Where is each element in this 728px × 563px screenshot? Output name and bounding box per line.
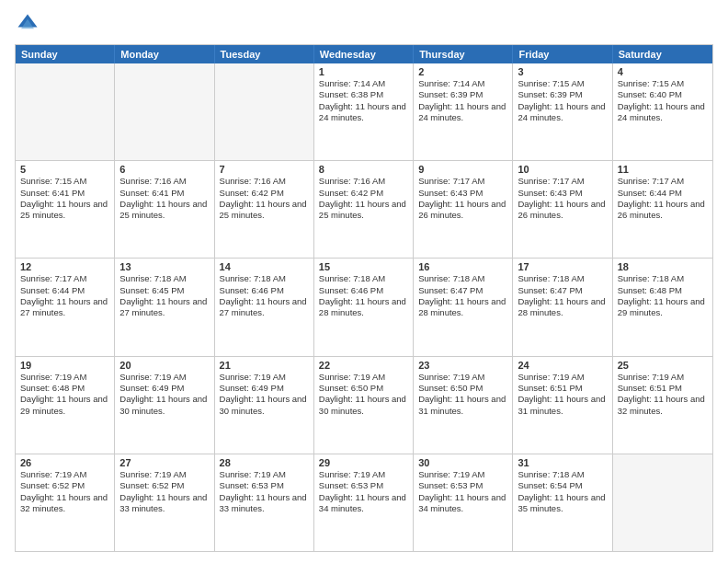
daylight-text: Daylight: 11 hours and 35 minutes. xyxy=(518,492,607,515)
sunset-text: Sunset: 6:49 PM xyxy=(119,383,209,394)
daylight-text: Daylight: 11 hours and 28 minutes. xyxy=(518,296,607,319)
daylight-text: Daylight: 11 hours and 24 minutes. xyxy=(618,101,708,124)
calendar-cell xyxy=(115,63,214,160)
daylight-text: Daylight: 11 hours and 25 minutes. xyxy=(319,199,408,222)
sunrise-text: Sunrise: 7:19 AM xyxy=(20,469,109,480)
day-of-week-friday: Friday xyxy=(513,45,612,63)
calendar-row-5: 26Sunrise: 7:19 AMSunset: 6:52 PMDayligh… xyxy=(16,454,712,551)
calendar-cell: 4Sunrise: 7:15 AMSunset: 6:40 PMDaylight… xyxy=(613,63,712,160)
day-number: 28 xyxy=(220,457,309,468)
sunset-text: Sunset: 6:53 PM xyxy=(220,480,309,491)
day-of-week-wednesday: Wednesday xyxy=(314,45,414,63)
sunrise-text: Sunrise: 7:19 AM xyxy=(220,372,309,383)
daylight-text: Daylight: 11 hours and 33 minutes. xyxy=(119,492,209,515)
calendar-cell: 28Sunrise: 7:19 AMSunset: 6:53 PMDayligh… xyxy=(215,454,314,551)
calendar-cell: 5Sunrise: 7:15 AMSunset: 6:41 PMDaylight… xyxy=(16,161,115,258)
calendar-cell: 14Sunrise: 7:18 AMSunset: 6:46 PMDayligh… xyxy=(215,259,314,355)
sunrise-text: Sunrise: 7:19 AM xyxy=(319,372,408,383)
calendar-cell xyxy=(16,63,115,160)
day-number: 12 xyxy=(20,261,109,272)
daylight-text: Daylight: 11 hours and 25 minutes. xyxy=(119,199,209,222)
daylight-text: Daylight: 11 hours and 32 minutes. xyxy=(20,492,109,515)
sunrise-text: Sunrise: 7:15 AM xyxy=(518,78,607,89)
day-number: 20 xyxy=(119,360,209,371)
calendar-cell: 17Sunrise: 7:18 AMSunset: 6:47 PMDayligh… xyxy=(513,259,612,355)
calendar-cell: 2Sunrise: 7:14 AMSunset: 6:39 PMDaylight… xyxy=(414,63,513,160)
calendar-cell: 31Sunrise: 7:18 AMSunset: 6:54 PMDayligh… xyxy=(513,454,612,551)
sunrise-text: Sunrise: 7:19 AM xyxy=(20,372,109,383)
sunrise-text: Sunrise: 7:17 AM xyxy=(418,176,507,187)
sunset-text: Sunset: 6:46 PM xyxy=(220,285,309,296)
calendar-cell: 16Sunrise: 7:18 AMSunset: 6:47 PMDayligh… xyxy=(414,259,513,355)
sunset-text: Sunset: 6:50 PM xyxy=(319,383,408,394)
day-number: 30 xyxy=(418,457,507,468)
logo xyxy=(15,11,44,37)
daylight-text: Daylight: 11 hours and 30 minutes. xyxy=(119,394,209,417)
sunset-text: Sunset: 6:44 PM xyxy=(618,188,708,199)
sunrise-text: Sunrise: 7:19 AM xyxy=(319,469,408,480)
daylight-text: Daylight: 11 hours and 30 minutes. xyxy=(319,394,408,417)
day-number: 18 xyxy=(618,261,708,272)
day-number: 15 xyxy=(319,261,408,272)
sunrise-text: Sunrise: 7:18 AM xyxy=(518,273,607,284)
sunset-text: Sunset: 6:40 PM xyxy=(618,89,708,100)
sunset-text: Sunset: 6:46 PM xyxy=(319,285,408,296)
calendar-cell: 7Sunrise: 7:16 AMSunset: 6:42 PMDaylight… xyxy=(215,161,314,258)
sunrise-text: Sunrise: 7:18 AM xyxy=(119,273,209,284)
calendar-cell: 12Sunrise: 7:17 AMSunset: 6:44 PMDayligh… xyxy=(16,259,115,355)
calendar-row-3: 12Sunrise: 7:17 AMSunset: 6:44 PMDayligh… xyxy=(16,259,712,356)
daylight-text: Daylight: 11 hours and 24 minutes. xyxy=(319,101,408,124)
sunrise-text: Sunrise: 7:18 AM xyxy=(618,273,708,284)
sunrise-text: Sunrise: 7:18 AM xyxy=(418,273,507,284)
day-number: 29 xyxy=(319,457,408,468)
daylight-text: Daylight: 11 hours and 26 minutes. xyxy=(518,199,607,222)
calendar-row-2: 5Sunrise: 7:15 AMSunset: 6:41 PMDaylight… xyxy=(16,161,712,259)
sunrise-text: Sunrise: 7:19 AM xyxy=(119,372,209,383)
calendar-cell: 27Sunrise: 7:19 AMSunset: 6:52 PMDayligh… xyxy=(115,454,214,551)
calendar-cell: 19Sunrise: 7:19 AMSunset: 6:48 PMDayligh… xyxy=(16,357,115,454)
sunset-text: Sunset: 6:41 PM xyxy=(20,188,109,199)
day-number: 16 xyxy=(418,261,507,272)
day-number: 10 xyxy=(518,164,607,175)
daylight-text: Daylight: 11 hours and 33 minutes. xyxy=(220,492,309,515)
daylight-text: Daylight: 11 hours and 24 minutes. xyxy=(418,101,507,124)
sunset-text: Sunset: 6:52 PM xyxy=(20,480,109,491)
sunset-text: Sunset: 6:52 PM xyxy=(119,480,209,491)
daylight-text: Daylight: 11 hours and 25 minutes. xyxy=(220,199,309,222)
calendar-cell xyxy=(215,63,314,160)
sunset-text: Sunset: 6:44 PM xyxy=(20,285,109,296)
day-number: 19 xyxy=(20,360,109,371)
day-number: 6 xyxy=(119,164,209,175)
sunset-text: Sunset: 6:50 PM xyxy=(418,383,507,394)
calendar-cell: 24Sunrise: 7:19 AMSunset: 6:51 PMDayligh… xyxy=(513,357,612,454)
day-number: 13 xyxy=(119,261,209,272)
calendar-header: SundayMondayTuesdayWednesdayThursdayFrid… xyxy=(16,45,712,63)
day-number: 11 xyxy=(618,164,708,175)
sunrise-text: Sunrise: 7:18 AM xyxy=(220,273,309,284)
day-number: 7 xyxy=(220,164,309,175)
daylight-text: Daylight: 11 hours and 29 minutes. xyxy=(20,394,109,417)
sunrise-text: Sunrise: 7:18 AM xyxy=(518,469,607,480)
calendar-cell: 21Sunrise: 7:19 AMSunset: 6:49 PMDayligh… xyxy=(215,357,314,454)
day-number: 25 xyxy=(618,360,708,371)
daylight-text: Daylight: 11 hours and 32 minutes. xyxy=(618,394,708,417)
day-number: 2 xyxy=(418,66,507,77)
header xyxy=(15,11,713,37)
calendar-cell: 22Sunrise: 7:19 AMSunset: 6:50 PMDayligh… xyxy=(314,357,414,454)
daylight-text: Daylight: 11 hours and 30 minutes. xyxy=(220,394,309,417)
calendar-cell: 25Sunrise: 7:19 AMSunset: 6:51 PMDayligh… xyxy=(613,357,712,454)
sunrise-text: Sunrise: 7:19 AM xyxy=(418,372,507,383)
day-number: 5 xyxy=(20,164,109,175)
sunset-text: Sunset: 6:45 PM xyxy=(119,285,209,296)
sunrise-text: Sunrise: 7:17 AM xyxy=(518,176,607,187)
sunrise-text: Sunrise: 7:17 AM xyxy=(618,176,708,187)
sunrise-text: Sunrise: 7:15 AM xyxy=(618,78,708,89)
calendar-cell: 18Sunrise: 7:18 AMSunset: 6:48 PMDayligh… xyxy=(613,259,712,355)
calendar-cell: 9Sunrise: 7:17 AMSunset: 6:43 PMDaylight… xyxy=(414,161,513,258)
daylight-text: Daylight: 11 hours and 34 minutes. xyxy=(319,492,408,515)
sunset-text: Sunset: 6:49 PM xyxy=(220,383,309,394)
sunrise-text: Sunrise: 7:19 AM xyxy=(119,469,209,480)
day-of-week-tuesday: Tuesday xyxy=(215,45,314,63)
sunrise-text: Sunrise: 7:19 AM xyxy=(618,372,708,383)
sunset-text: Sunset: 6:38 PM xyxy=(319,89,408,100)
